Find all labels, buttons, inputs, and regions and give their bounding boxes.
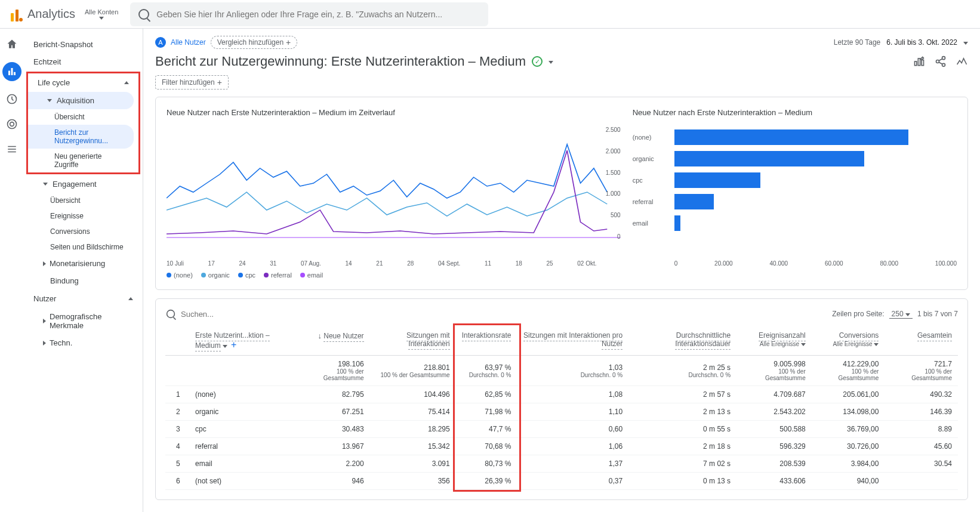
chevron-down-icon (47, 99, 52, 102)
add-dimension-button[interactable]: + (231, 340, 236, 350)
bar-row: referral (633, 191, 957, 212)
chevron-down-icon (963, 42, 968, 45)
segment-badge: A (155, 37, 166, 48)
pager-range: 1 bis 7 von 7 (917, 310, 958, 318)
col-new-users[interactable]: Neue Nutzer (323, 332, 363, 342)
svg-rect-11 (922, 60, 923, 66)
advertising-icon[interactable] (5, 117, 19, 131)
legend-item[interactable]: email (300, 272, 323, 279)
search-bar[interactable] (130, 2, 488, 26)
svg-rect-1 (11, 68, 13, 75)
table-row[interactable]: 2organic67.25175.41471,98 %1,102 m 13 s2… (165, 403, 958, 421)
chevron-up-icon (128, 297, 133, 300)
page-title: Bericht zur Nutzergewinnung: Erste Nutze… (155, 54, 526, 69)
bar-row: email (633, 212, 957, 234)
line-chart: 2.500 2.000 1.500 1.000 500 0 (167, 127, 621, 258)
sidebar-item-eng-events[interactable]: Ereignisse (24, 208, 138, 224)
plus-icon: + (286, 38, 291, 47)
svg-rect-10 (918, 58, 920, 66)
table-row[interactable]: 3cpc30.48318.29547,7 %0,600 m 55 s500.58… (165, 421, 958, 438)
highlight-annotation: Life cycle Akquisition Übersicht Bericht… (26, 72, 140, 174)
bar-row: cpc (633, 169, 957, 191)
customize-icon[interactable] (913, 55, 925, 67)
bar-chart-title: Neue Nutzer nach Erste Nutzerinteraktion… (633, 108, 957, 117)
search-input[interactable] (156, 10, 480, 19)
chevron-right-icon (43, 261, 46, 266)
sidebar-item-eng-overview[interactable]: Übersicht (24, 193, 138, 208)
svg-rect-8 (8, 152, 16, 153)
svg-rect-6 (8, 146, 16, 147)
sidebar-item-demographics[interactable]: Demografische Merkmale (24, 308, 138, 334)
col-conversions[interactable]: Conversions (839, 331, 879, 341)
analytics-logo: Analytics (10, 7, 75, 21)
svg-rect-0 (8, 71, 10, 76)
rows-per-page-select[interactable]: 250 (889, 310, 913, 319)
sidebar-item-acq-overview[interactable]: Übersicht (28, 109, 134, 125)
sidebar-item-realtime[interactable]: Echtzeit (24, 53, 143, 70)
svg-point-14 (942, 63, 945, 66)
product-name: Analytics (27, 7, 75, 21)
add-filter-button[interactable]: Filter hinzufügen + (155, 75, 229, 90)
chevron-down-icon[interactable] (223, 345, 227, 348)
chevron-down-icon (99, 17, 104, 20)
add-comparison-button[interactable]: Vergleich hinzufügen + (211, 36, 298, 49)
explore-icon[interactable] (5, 92, 19, 106)
sidebar-group-user[interactable]: Nutzer (24, 289, 143, 308)
home-icon[interactable] (5, 37, 19, 51)
sidebar-item-eng-pages[interactable]: Seiten und Bildschirme (24, 239, 138, 255)
plus-icon: + (217, 78, 222, 87)
sidebar-item-acq-report[interactable]: Bericht zur Nutzergewinnu... (28, 125, 134, 149)
insights-icon[interactable] (956, 55, 968, 67)
sidebar-item-acq-traffic[interactable]: Neu generierte Zugriffe (28, 149, 134, 172)
sidebar-item-acquisition[interactable]: Akquisition (28, 92, 134, 109)
svg-point-5 (10, 122, 14, 127)
col-sessions[interactable]: Sitzungen mit Interaktionen (406, 331, 450, 350)
table-row[interactable]: 6(not set)94635626,39 %0,370 m 13 s433.6… (165, 473, 958, 490)
sidebar-item-retention[interactable]: Bindung (24, 272, 138, 289)
col-engagement-rate[interactable]: Interaktionsrate (462, 331, 511, 341)
svg-rect-2 (14, 72, 16, 75)
sidebar-item-eng-conversions[interactable]: Conversions (24, 224, 138, 239)
svg-point-12 (942, 57, 945, 60)
legend-item[interactable]: referral (264, 272, 292, 279)
share-icon[interactable] (935, 55, 947, 67)
configure-icon[interactable] (5, 142, 19, 156)
bar-row: (none) (633, 127, 957, 148)
sidebar-item-snapshot[interactable]: Bericht-Snapshot (24, 36, 143, 53)
chevron-down-icon (43, 183, 48, 186)
sidebar-item-monetization[interactable]: Monetarisierung (24, 255, 138, 272)
search-icon (138, 9, 149, 20)
sidebar-group-lifecycle[interactable]: Life cycle (28, 73, 138, 92)
sidebar-item-tech[interactable]: Techn. (24, 334, 138, 351)
table-search-input[interactable] (181, 310, 827, 319)
col-sessions-per-user[interactable]: Sitzungen mit Interaktionen pro Nutzer (523, 331, 622, 350)
col-total-revenue[interactable]: Gesamtein (917, 331, 952, 341)
chevron-up-icon (124, 81, 129, 84)
col-event-count[interactable]: Ereignisanzahl (759, 331, 806, 341)
account-selector[interactable]: Alle Konten (85, 8, 118, 20)
col-avg-duration[interactable]: Durchschnittliche Interaktionsdauer (675, 331, 731, 350)
chevron-right-icon (43, 319, 46, 323)
bar-chart: (none)organiccpcreferralemail (633, 127, 957, 258)
table-row[interactable]: 1(none)82.795104.49662,85 %1,082 m 57 s4… (165, 386, 958, 403)
chevron-right-icon (43, 341, 46, 346)
sidebar-item-engagement[interactable]: Engagement (24, 175, 138, 193)
date-range-picker[interactable]: Letzte 90 Tage 6. Juli bis 3. Okt. 2022 (834, 38, 968, 47)
legend-item[interactable]: cpc (238, 272, 255, 279)
table-row[interactable]: 4referral13.96715.34270,68 %1,062 m 18 s… (165, 438, 958, 455)
svg-rect-9 (915, 61, 917, 66)
check-icon[interactable]: ✓ (532, 56, 543, 67)
legend-item[interactable]: (none) (167, 272, 193, 279)
table-row[interactable]: 5email2.2003.09180,73 %1,377 m 02 s208.5… (165, 455, 958, 473)
reports-icon[interactable] (2, 62, 21, 81)
svg-point-13 (936, 60, 939, 63)
legend-item[interactable]: organic (201, 272, 230, 279)
chevron-down-icon[interactable] (548, 61, 553, 64)
line-chart-title: Neue Nutzer nach Erste Nutzerinteraktion… (167, 108, 621, 117)
svg-point-4 (8, 120, 17, 129)
segment-label[interactable]: Alle Nutzer (171, 38, 206, 47)
sidebar: Bericht-Snapshot Echtzeit Life cycle Akq… (24, 29, 143, 512)
search-icon (167, 310, 175, 318)
svg-rect-7 (8, 149, 16, 150)
data-table: Erste Nutzerint...ktion – Medium + ↓ Neu… (165, 326, 958, 490)
